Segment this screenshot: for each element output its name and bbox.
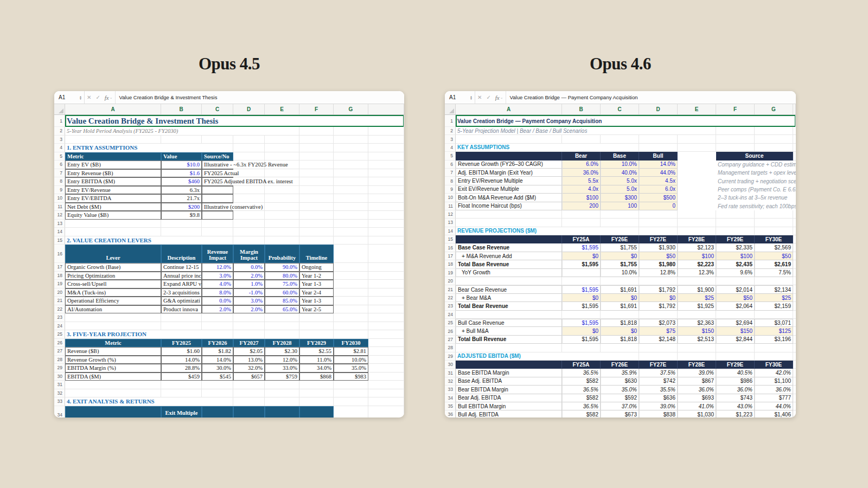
cell[interactable] — [755, 344, 793, 352]
cell[interactable] — [368, 228, 404, 236]
cell[interactable] — [601, 210, 639, 219]
cell[interactable]: -1.0% — [233, 288, 265, 297]
row-number[interactable]: 24 — [54, 322, 65, 331]
formula-input[interactable]: Value Creation Bridge & Investment Thesi… — [115, 91, 404, 104]
row-number[interactable]: 23 — [54, 313, 65, 322]
row-number[interactable]: 24 — [445, 311, 456, 319]
cell[interactable] — [202, 381, 233, 389]
cell[interactable]: 14.0% — [639, 160, 678, 169]
cell[interactable]: REVENUE PROJECTIONS ($M) — [456, 227, 639, 235]
cell[interactable]: $2,513 — [678, 336, 716, 344]
cell[interactable]: Bull Adj. EBITDA — [456, 410, 562, 418]
column-header[interactable] — [368, 104, 404, 114]
row-number[interactable]: 17 — [54, 263, 65, 272]
cell[interactable]: 36.0% — [716, 386, 755, 394]
row-number[interactable]: 2 — [445, 127, 456, 135]
cell[interactable]: $1,900 — [678, 285, 716, 293]
cell[interactable] — [456, 135, 562, 143]
cell[interactable]: Management targets + opex leverage analy… — [716, 169, 796, 177]
cell[interactable]: Value Creation Bridge & Investment Thesi… — [65, 115, 404, 127]
cell[interactable] — [265, 406, 299, 418]
cell[interactable]: 0 — [639, 202, 678, 210]
cell[interactable]: 1. ENTRY ASSUMPTIONS — [65, 144, 233, 152]
cell[interactable]: 36.5% — [562, 369, 601, 377]
cell[interactable] — [202, 313, 233, 322]
cell[interactable]: FY2025 Actual — [202, 169, 233, 178]
cell[interactable] — [562, 210, 601, 219]
cell[interactable] — [202, 211, 233, 220]
cell[interactable] — [299, 313, 334, 322]
cell[interactable] — [368, 305, 404, 314]
cell[interactable] — [299, 228, 334, 236]
row-number[interactable]: 21 — [445, 285, 456, 293]
cell[interactable]: Revenue Growth (FY26–30 CAGR) — [456, 160, 562, 169]
cell[interactable]: $460 — [161, 177, 202, 186]
cell[interactable] — [793, 219, 796, 227]
cell[interactable] — [456, 344, 562, 352]
cell[interactable] — [755, 210, 793, 219]
cell[interactable] — [161, 389, 202, 398]
cell[interactable] — [793, 210, 796, 219]
cell[interactable]: Bull EBITDA Margin — [456, 402, 562, 410]
cell[interactable]: $2,335 — [716, 243, 755, 252]
cell[interactable]: $1,792 — [639, 285, 678, 293]
cell[interactable] — [368, 152, 404, 161]
cell[interactable]: 42.0% — [755, 369, 793, 377]
row-number[interactable]: 3 — [54, 136, 65, 144]
cell[interactable] — [334, 381, 368, 389]
row-number[interactable]: 34 — [445, 394, 456, 402]
row-number[interactable]: 7 — [445, 169, 456, 177]
row-number[interactable]: 27 — [445, 336, 456, 344]
cell[interactable]: Year 1-3 — [299, 297, 334, 305]
cell[interactable] — [334, 272, 368, 280]
cell[interactable] — [299, 127, 334, 136]
cell[interactable] — [793, 277, 796, 285]
cell[interactable] — [334, 297, 368, 305]
cell[interactable]: Bull — [639, 152, 678, 160]
cell[interactable]: $1,925 — [678, 302, 716, 310]
cell[interactable] — [368, 322, 404, 331]
cell[interactable]: Float Income Haircut (bps) — [456, 202, 562, 210]
cell[interactable] — [793, 285, 796, 293]
row-number[interactable]: 26 — [445, 327, 456, 335]
row-number[interactable]: 5 — [445, 152, 456, 160]
cell[interactable] — [793, 402, 796, 410]
cell[interactable] — [368, 297, 404, 305]
cell[interactable] — [368, 177, 404, 186]
cell[interactable]: 3. FIVE-YEAR PROJECTION — [65, 330, 233, 339]
cell[interactable]: 6.0x — [639, 185, 678, 194]
row-number[interactable]: 20 — [445, 277, 456, 285]
cell[interactable]: AI/Automation — [65, 305, 161, 314]
cell[interactable] — [678, 210, 716, 219]
cell[interactable]: 36.0% — [678, 386, 716, 394]
cell[interactable] — [265, 186, 299, 195]
cell[interactable]: 12.0% — [202, 263, 233, 272]
cell[interactable] — [639, 311, 678, 319]
cell[interactable]: $0 — [562, 252, 601, 260]
cell[interactable]: $545 — [202, 373, 233, 381]
cell[interactable]: FY29E — [716, 235, 755, 243]
cell[interactable] — [678, 344, 716, 352]
cell[interactable]: 2.0% — [233, 305, 265, 314]
cell[interactable]: $25 — [755, 294, 793, 302]
cell[interactable] — [368, 356, 404, 364]
cell[interactable]: KEY ASSUMPTIONS — [456, 144, 639, 152]
cell[interactable]: $1,595 — [562, 243, 601, 252]
cell[interactable] — [716, 227, 755, 235]
cell[interactable]: $1.6 — [161, 169, 202, 178]
cell[interactable]: FY28E — [678, 235, 716, 243]
cell[interactable] — [639, 352, 678, 361]
row-number[interactable]: 16 — [445, 243, 456, 252]
cell[interactable]: 40.5% — [716, 369, 755, 377]
cell[interactable] — [368, 169, 404, 178]
cell[interactable]: 0.0% — [233, 263, 265, 272]
cell[interactable]: 39.0% — [678, 369, 716, 377]
cell[interactable] — [368, 406, 404, 418]
cell[interactable]: $150 — [678, 327, 716, 335]
cell[interactable] — [755, 311, 793, 319]
cancel-icon[interactable]: ✕ — [477, 94, 482, 100]
cell[interactable] — [299, 220, 334, 228]
cell[interactable]: 43.0% — [716, 402, 755, 410]
row-number[interactable]: 19 — [445, 269, 456, 277]
cell[interactable] — [334, 127, 368, 136]
